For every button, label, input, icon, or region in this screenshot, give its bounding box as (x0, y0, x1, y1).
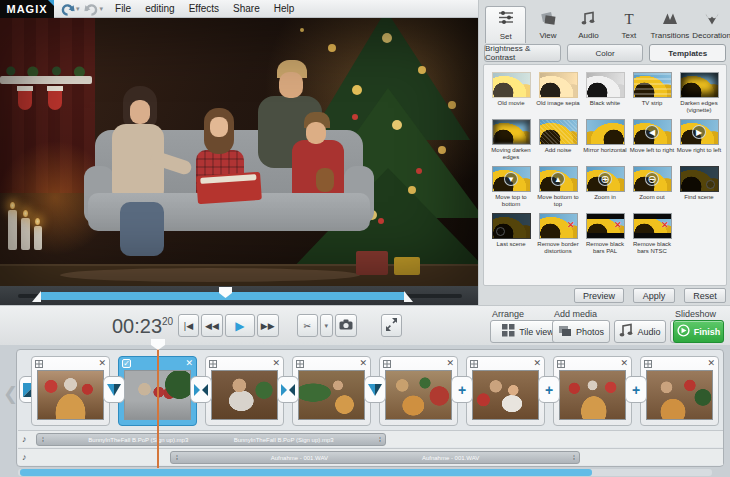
preview-button[interactable]: Preview (574, 288, 624, 303)
template-thumbnail (492, 72, 531, 98)
transition-button-6[interactable]: + (538, 376, 560, 403)
media-button-groups: Arrange Tile viewAdd media Photos Audio … (478, 306, 730, 346)
group-label-add-media: Add media (554, 309, 597, 319)
rewind-button[interactable]: ◀◀ (201, 314, 223, 337)
range-start-handle[interactable] (32, 291, 41, 302)
menu-effects[interactable]: Effects (189, 3, 219, 14)
clip-close-icon[interactable]: ✕ (359, 359, 367, 368)
timeline-clip-7[interactable]: ✕ (553, 356, 632, 426)
snapshot-button[interactable] (335, 314, 357, 337)
template-label: Find scene (676, 194, 723, 201)
menu-help[interactable]: Help (274, 3, 295, 14)
tab-audio[interactable]: Audio (570, 8, 607, 42)
template-move-top-to-bottom[interactable]: ▼ Move top to bottom (488, 166, 535, 208)
timeline-clip-5[interactable]: ✕ (379, 356, 458, 426)
subtab-color[interactable]: Color (567, 44, 644, 62)
magix-logo: MAGIX (0, 0, 54, 18)
finish-button[interactable]: Finish (673, 320, 724, 343)
clip-close-icon[interactable]: ✕ (533, 359, 541, 368)
template-tv-strip[interactable]: TV strip (629, 72, 676, 114)
transition-button-2[interactable] (190, 376, 212, 403)
reset-button[interactable]: Reset (684, 288, 726, 303)
template-thumbnail (539, 72, 578, 98)
subtab-brightness-contrast[interactable]: Brightness & Contrast (484, 44, 561, 62)
timeline-clip-8[interactable]: ✕ (640, 356, 719, 426)
template-black-white[interactable]: Black white (582, 72, 629, 114)
template-label: Remove black bars NTSC (629, 241, 676, 255)
menu-file[interactable]: File (115, 3, 131, 14)
template-zoom-out[interactable]: ⊖ Zoom out (629, 166, 676, 208)
timeline-scrollbar (18, 469, 712, 476)
template-old-movie[interactable]: Old movie (488, 72, 535, 114)
clip-close-icon[interactable]: ✕ (185, 359, 193, 368)
play-button[interactable]: ▶ (225, 314, 255, 337)
redo-dropdown-icon[interactable]: ▾ (100, 5, 104, 13)
tab-text[interactable]: T Text (610, 8, 647, 42)
audio-button[interactable]: Audio (614, 320, 666, 343)
template-find-scene[interactable]: Find scene (676, 166, 723, 208)
menu-share[interactable]: Share (233, 3, 260, 14)
template-label: Black white (582, 100, 629, 107)
redo-button[interactable]: ▾ (84, 2, 104, 16)
tab-decoration[interactable]: Decoration (692, 8, 730, 42)
clip-close-icon[interactable]: ✕ (98, 359, 106, 368)
subtab-templates[interactable]: Templates (649, 44, 726, 62)
timeline-clip-1[interactable]: ✕ (31, 356, 110, 426)
audio-grip-right[interactable]: ⁞ (573, 454, 574, 461)
clip-close-icon[interactable]: ✕ (707, 359, 715, 368)
undo-button[interactable]: ▾ (60, 2, 80, 16)
timeline-clip-3[interactable]: ✕ (205, 356, 284, 426)
template-zoom-in[interactable]: ⊕ Zoom in (582, 166, 629, 208)
template-moving-darken-edges[interactable]: Moving darken edges (488, 119, 535, 161)
template-label: TV strip (629, 100, 676, 107)
audio-grip-left[interactable]: ⁞ (176, 454, 177, 461)
transition-button-4[interactable] (364, 376, 386, 403)
motion-overlay-icon: ⊕ (598, 172, 612, 186)
clip-close-icon[interactable]: ✕ (620, 359, 628, 368)
menu-editing[interactable]: editing (145, 3, 174, 14)
cut-dropdown-button[interactable]: ▾ (320, 314, 333, 337)
template-thumbnail: ⊕ (586, 166, 625, 192)
undo-dropdown-icon[interactable]: ▾ (76, 5, 80, 13)
transition-button-1[interactable] (103, 376, 125, 403)
template-old-image-sepia[interactable]: Old image sepia (535, 72, 582, 114)
tab-view[interactable]: View (529, 8, 566, 42)
skip-start-button[interactable]: |◀ (178, 314, 199, 337)
template-remove-border-distortions[interactable]: ✕ Remove border distortions (535, 213, 582, 255)
clip-selected-checkbox[interactable]: ✓ (122, 359, 131, 368)
template-move-left-to-right[interactable]: ◀ Move left to right (629, 119, 676, 161)
range-end-handle[interactable] (404, 291, 413, 302)
template-move-right-to-left[interactable]: ▶ Move right to left (676, 119, 723, 161)
template-darken-edges-vignette[interactable]: Darken edges (vignette) (676, 72, 723, 114)
photos-button[interactable]: Photos (552, 320, 610, 343)
template-remove-black-bars-pal[interactable]: ✕ Remove black bars PAL (582, 213, 629, 255)
template-mirror-horizontal[interactable]: Mirror horizontal (582, 119, 629, 161)
tab-label: Decoration (692, 31, 730, 40)
cut-button[interactable]: ✂ (297, 314, 318, 337)
transition-button-7[interactable]: + (625, 376, 647, 403)
scrollbar-thumb[interactable] (20, 469, 592, 476)
audio-grip-left[interactable]: ⁞ (42, 436, 43, 443)
clip-close-icon[interactable]: ✕ (446, 359, 454, 368)
transition-button-5[interactable]: + (451, 376, 473, 403)
template-remove-black-bars-ntsc[interactable]: ✕ Remove black bars NTSC (629, 213, 676, 255)
audio-grip-right[interactable]: ⁞ (379, 436, 380, 443)
template-thumbnail (492, 119, 531, 145)
tab-set[interactable]: Set (485, 6, 526, 43)
clip-thumbnail (37, 370, 104, 420)
timeline-clip-4[interactable]: ✕ (292, 356, 371, 426)
fullscreen-button[interactable] (381, 314, 402, 337)
transition-button-3[interactable] (277, 376, 299, 403)
audio-object-2[interactable]: ⁞ Aufnahme - 001.WAV Aufnahme - 001.WAV … (170, 451, 580, 464)
template-add-noise[interactable]: Add noise (535, 119, 582, 161)
forward-button[interactable]: ▶▶ (257, 314, 279, 337)
tab-transitions[interactable]: Transitions (651, 8, 690, 42)
audio-object-1[interactable]: ⁞ BunnyInTheFall B.PoP (Sign up).mp3 Bun… (36, 433, 386, 446)
motion-overlay-icon: ◀ (645, 125, 659, 139)
apply-button[interactable]: Apply (633, 288, 675, 303)
template-move-bottom-to-top[interactable]: ▲ Move bottom to top (535, 166, 582, 208)
template-label: Darken edges (vignette) (676, 100, 723, 114)
clip-close-icon[interactable]: ✕ (272, 359, 280, 368)
timeline-clip-6[interactable]: ✕ (466, 356, 545, 426)
template-last-scene[interactable]: Last scene (488, 213, 535, 255)
